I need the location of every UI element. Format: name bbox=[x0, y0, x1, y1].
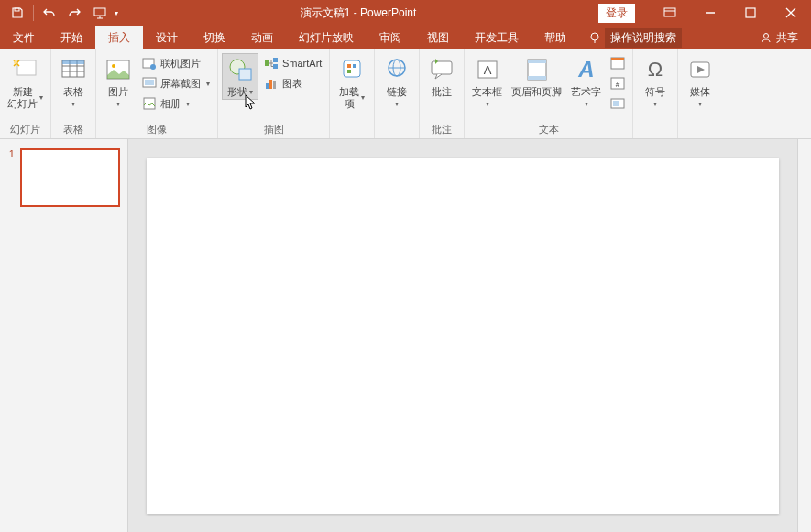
online-pictures-label: 联机图片 bbox=[160, 57, 201, 71]
svg-rect-16 bbox=[62, 60, 84, 64]
header-footer-icon bbox=[523, 57, 551, 82]
group-tables-label: 表格 bbox=[55, 121, 92, 138]
quick-access-toolbar: ▾ bbox=[0, 2, 118, 24]
slide-canvas-area[interactable] bbox=[128, 139, 797, 532]
slide-number-button[interactable]: # bbox=[607, 73, 629, 93]
slide-thumbnail-1[interactable]: 1 bbox=[7, 148, 120, 207]
presentation-icon bbox=[93, 6, 108, 19]
tab-slideshow[interactable]: 幻灯片放映 bbox=[286, 26, 367, 49]
new-slide-label: 新建 幻灯片 bbox=[7, 86, 38, 110]
group-links: 链接 ▾ bbox=[375, 49, 420, 138]
date-icon bbox=[610, 56, 625, 71]
slide-canvas[interactable] bbox=[147, 158, 779, 514]
group-links-label bbox=[378, 124, 415, 138]
svg-rect-43 bbox=[528, 60, 546, 63]
tab-home[interactable]: 开始 bbox=[48, 26, 95, 49]
window-title: 演示文稿1 - PowerPoint bbox=[118, 5, 598, 21]
svg-rect-30 bbox=[269, 80, 272, 89]
album-label: 相册 bbox=[160, 97, 181, 111]
shapes-button[interactable]: 形状▾ bbox=[222, 53, 258, 100]
date-time-button[interactable] bbox=[607, 53, 629, 73]
symbol-button[interactable]: Ω 符号 ▾ bbox=[637, 53, 674, 110]
wordart-label: 艺术字 bbox=[571, 86, 601, 98]
redo-button[interactable] bbox=[63, 2, 87, 24]
symbol-label: 符号 bbox=[645, 86, 665, 98]
svg-rect-25 bbox=[239, 69, 251, 80]
group-text: A 文本框 ▾ 页眉和页脚 A 艺术字 ▾ # bbox=[465, 49, 633, 138]
addins-button[interactable]: 加载 项▾ bbox=[334, 53, 370, 112]
new-slide-button[interactable]: 新建 幻灯片▾ bbox=[4, 53, 47, 112]
svg-rect-28 bbox=[273, 64, 278, 69]
maximize-icon bbox=[745, 7, 756, 18]
redo-icon bbox=[69, 6, 82, 19]
minimize-button[interactable] bbox=[690, 0, 730, 26]
svg-rect-39 bbox=[432, 61, 452, 74]
svg-text:Ω: Ω bbox=[648, 58, 663, 81]
header-footer-button[interactable]: 页眉和页脚 bbox=[508, 53, 565, 100]
group-illustrations-label: 插图 bbox=[222, 121, 325, 138]
ribbon: 新建 幻灯片▾ 幻灯片 表格 ▾ 表格 图片 ▾ 联机图片 bbox=[0, 49, 811, 139]
vertical-scrollbar[interactable] bbox=[797, 139, 811, 532]
tab-insert[interactable]: 插入 bbox=[95, 26, 143, 49]
share-icon bbox=[760, 31, 773, 44]
links-button[interactable]: 链接 ▾ bbox=[378, 53, 415, 110]
comment-button[interactable]: 批注 bbox=[423, 53, 460, 100]
chart-label: 图表 bbox=[282, 77, 302, 91]
online-pictures-button[interactable]: 联机图片 bbox=[138, 53, 214, 73]
smartart-label: SmartArt bbox=[282, 58, 322, 69]
chart-button[interactable]: 图表 bbox=[260, 73, 325, 93]
group-text-label: 文本 bbox=[468, 121, 629, 138]
title-bar: ▾ 演示文稿1 - PowerPoint 登录 bbox=[0, 0, 811, 26]
object-button[interactable] bbox=[607, 93, 629, 114]
wordart-icon: A bbox=[573, 57, 600, 82]
comment-label: 批注 bbox=[432, 86, 452, 98]
save-button[interactable] bbox=[5, 2, 29, 24]
wordart-button[interactable]: A 艺术字 ▾ bbox=[567, 53, 605, 110]
share-label: 共享 bbox=[776, 30, 798, 46]
slide-thumbnail[interactable] bbox=[20, 148, 120, 207]
tab-file[interactable]: 文件 bbox=[0, 26, 48, 49]
table-icon bbox=[60, 57, 87, 82]
share-button[interactable]: 共享 bbox=[747, 26, 811, 49]
slide-thumbnails-panel[interactable]: 1 bbox=[0, 139, 128, 532]
svg-rect-47 bbox=[611, 58, 624, 60]
tab-animations[interactable]: 动画 bbox=[238, 26, 286, 49]
media-icon bbox=[686, 57, 714, 82]
tab-view[interactable]: 视图 bbox=[414, 26, 462, 49]
svg-text:A: A bbox=[577, 57, 594, 81]
table-button[interactable]: 表格 ▾ bbox=[55, 53, 92, 110]
smartart-button[interactable]: SmartArt bbox=[260, 53, 325, 73]
screenshot-icon bbox=[142, 76, 157, 91]
group-illustrations: 形状▾ SmartArt 图表 插图 bbox=[218, 49, 330, 138]
login-button[interactable]: 登录 bbox=[598, 4, 635, 23]
tab-developer[interactable]: 开发工具 bbox=[462, 26, 532, 49]
workspace: 1 bbox=[0, 139, 811, 532]
tell-me-search[interactable]: 操作说明搜索 bbox=[579, 26, 691, 49]
tell-me-label: 操作说明搜索 bbox=[605, 28, 682, 48]
links-label: 链接 bbox=[387, 86, 407, 98]
slide-number-icon: # bbox=[610, 76, 625, 91]
textbox-button[interactable]: A 文本框 ▾ bbox=[468, 53, 506, 110]
undo-button[interactable] bbox=[38, 2, 61, 24]
screenshot-button[interactable]: 屏幕截图▾ bbox=[138, 73, 214, 93]
tab-help[interactable]: 帮助 bbox=[532, 26, 579, 49]
group-symbols-label bbox=[637, 124, 674, 138]
ribbon-display-button[interactable] bbox=[650, 0, 690, 26]
screenshot-label: 屏幕截图 bbox=[160, 77, 201, 91]
tab-transitions[interactable]: 切换 bbox=[191, 26, 238, 49]
shapes-label: 形状 bbox=[227, 86, 247, 98]
svg-rect-26 bbox=[265, 60, 269, 66]
tab-design[interactable]: 设计 bbox=[143, 26, 191, 49]
maximize-button[interactable] bbox=[730, 0, 771, 26]
svg-point-10 bbox=[14, 60, 17, 64]
close-button[interactable] bbox=[771, 0, 811, 26]
media-button[interactable]: 媒体 ▾ bbox=[682, 53, 718, 110]
minimize-icon bbox=[705, 7, 716, 18]
smartart-icon bbox=[264, 56, 279, 71]
group-symbols: Ω 符号 ▾ bbox=[633, 49, 678, 138]
pictures-button[interactable]: 图片 ▾ bbox=[100, 53, 137, 110]
tab-review[interactable]: 审阅 bbox=[367, 26, 414, 49]
photo-album-button[interactable]: 相册▾ bbox=[138, 93, 214, 114]
new-slide-icon bbox=[12, 57, 39, 82]
start-from-beginning-button[interactable] bbox=[89, 2, 113, 24]
